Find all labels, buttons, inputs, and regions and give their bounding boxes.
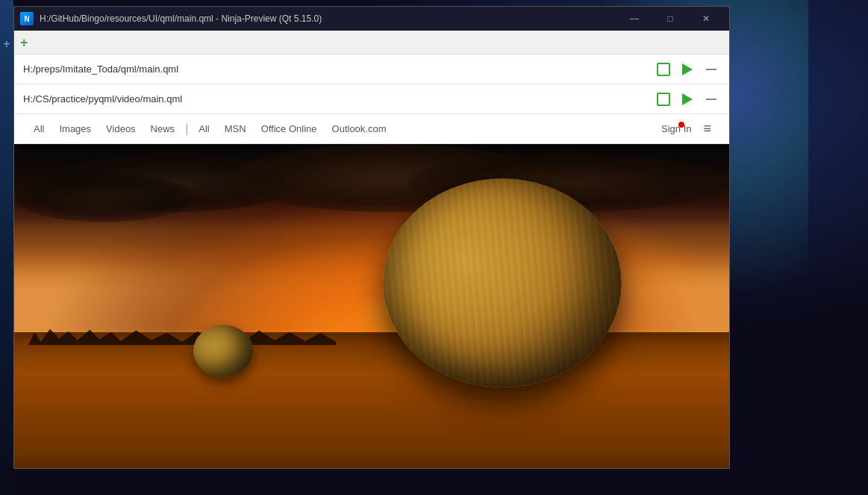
sidebar-add-btn[interactable]: + [3, 37, 10, 51]
close-button[interactable]: ✕ [689, 7, 723, 31]
nav-item-all-2[interactable]: All [191, 114, 216, 144]
open-icon-1 [657, 63, 670, 76]
left-sidebar: + [0, 0, 13, 495]
cloud-3 [14, 173, 193, 222]
app-icon: N [20, 12, 34, 25]
browser-content: All Images Videos News | All MSN Office … [14, 114, 729, 468]
remove-icon-1 [706, 69, 716, 70]
nav-bar: All Images Videos News | All MSN Office … [14, 114, 729, 144]
nav-menu-button[interactable]: ≡ [697, 118, 717, 140]
notification-dot [678, 122, 684, 128]
title-bar: N H:/GitHub/Bingo/resources/UI/qml/main.… [14, 7, 729, 31]
file-path-1: H:/preps/Imitate_Toda/qml/main.qml [23, 63, 655, 75]
nav-item-msn[interactable]: MSN [217, 114, 254, 144]
nav-item-videos[interactable]: Videos [99, 114, 143, 144]
file-actions-2 [655, 90, 720, 108]
file-row: H:/preps/Imitate_Toda/qml/main.qml [14, 55, 729, 84]
file-run-button-2[interactable] [678, 90, 696, 108]
run-icon-2 [682, 93, 693, 105]
landscape-bg [14, 144, 729, 468]
hay-bale-main [383, 178, 622, 387]
nav-item-news[interactable]: News [143, 114, 183, 144]
nav-item-outlook[interactable]: Outlook.com [325, 114, 394, 144]
minimize-button[interactable]: — [617, 7, 652, 31]
file-open-button-1[interactable] [655, 60, 672, 78]
open-icon-2 [657, 93, 670, 106]
add-tab-button[interactable]: + [20, 36, 28, 49]
nav-item-images[interactable]: Images [51, 114, 99, 144]
remove-icon-2 [706, 99, 716, 100]
window-controls: — □ ✕ [617, 7, 723, 31]
hero-image [14, 144, 729, 468]
file-path-2: H:/CS/practice/pyqml/video/main.qml [23, 93, 655, 105]
sign-in-button[interactable]: Sign In [655, 120, 697, 137]
file-remove-button-1[interactable] [702, 60, 720, 78]
bale-body-small [193, 325, 253, 377]
file-remove-button-2[interactable] [702, 90, 720, 108]
hay-bale-small [193, 325, 253, 377]
run-icon-1 [682, 63, 693, 75]
file-open-button-2[interactable] [655, 90, 672, 108]
file-run-button-1[interactable] [678, 60, 696, 78]
nav-item-all-1[interactable]: All [26, 114, 51, 144]
file-row: H:/CS/practice/pyqml/video/main.qml [14, 84, 729, 114]
file-actions-1 [655, 60, 720, 78]
tab-bar: + [14, 31, 729, 55]
nav-separator: | [182, 122, 191, 136]
nav-item-office-online[interactable]: Office Online [254, 114, 325, 144]
window-title: H:/GitHub/Bingo/resources/UI/qml/main.qm… [40, 13, 617, 24]
bale-body-main [383, 178, 622, 387]
main-window: N H:/GitHub/Bingo/resources/UI/qml/main.… [13, 6, 730, 469]
maximize-button[interactable]: □ [653, 7, 687, 31]
